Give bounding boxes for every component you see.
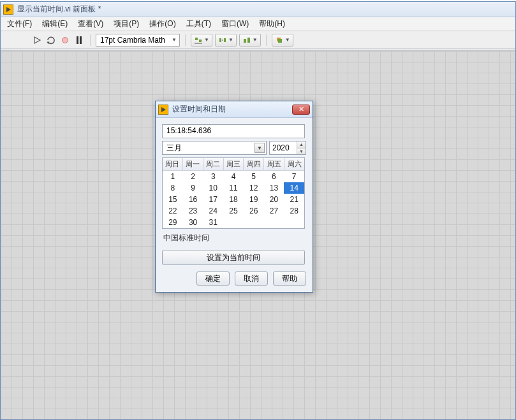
menu-project[interactable]: 项目(P) [111, 17, 142, 31]
calendar-day[interactable]: 8 [163, 182, 183, 194]
chevron-down-icon: ▼ [253, 37, 258, 43]
dialog-titlebar[interactable]: 设置时间和日期 ✕ [156, 101, 313, 118]
calendar-day[interactable]: 25 [223, 205, 244, 217]
help-button[interactable]: 帮助 [273, 272, 306, 286]
calendar-day[interactable]: 28 [284, 205, 304, 217]
weekday-header: 周五 [264, 158, 284, 171]
ok-label: 确定 [205, 273, 221, 284]
menu-edit[interactable]: 编辑(E) [40, 17, 70, 31]
window-title: 显示当前时间.vi 前面板 * [17, 4, 101, 15]
abort-icon [62, 37, 68, 43]
run-button[interactable] [31, 34, 43, 46]
calendar-day[interactable]: 4 [223, 171, 244, 182]
font-select-label: 17pt Cambria Math [100, 36, 165, 45]
set-current-time-label: 设置为当前时间 [207, 252, 260, 263]
toolbar-separator [90, 34, 91, 46]
weekday-header: 周四 [244, 158, 264, 171]
svg-marker-0 [6, 7, 11, 12]
time-input[interactable]: 15:18:54.636 [162, 124, 305, 138]
labview-icon [3, 4, 13, 15]
calendar-day[interactable]: 22 [163, 205, 183, 217]
calendar-day[interactable]: 20 [264, 194, 284, 205]
close-icon: ✕ [299, 105, 304, 113]
toolbar-separator [185, 34, 186, 46]
calendar-day[interactable]: 5 [244, 171, 264, 182]
calendar-day[interactable]: 10 [203, 182, 223, 194]
weekday-header: 周日 [163, 158, 183, 171]
align-button[interactable]: ▼ [191, 34, 212, 47]
dialog-title: 设置时间和日期 [172, 104, 292, 115]
calendar-day[interactable]: 11 [223, 182, 244, 194]
calendar-day[interactable]: 16 [183, 194, 203, 205]
calendar-empty [244, 217, 264, 228]
svg-rect-7 [224, 38, 226, 42]
chevron-down-icon: ▼ [285, 37, 290, 43]
calendar-empty [264, 217, 284, 228]
menu-tools[interactable]: 工具(T) [184, 17, 214, 31]
toolbar: 17pt Cambria Math ▼ ▼ ▼ ▼ [1, 31, 515, 49]
calendar-day[interactable]: 6 [264, 171, 284, 182]
time-value: 15:18:54.636 [166, 126, 211, 135]
set-current-time-button[interactable]: 设置为当前时间 [162, 250, 305, 265]
chevron-down-icon: ▼ [204, 37, 209, 43]
calendar-day[interactable]: 1 [163, 171, 183, 182]
year-value: 2020 [270, 143, 297, 152]
year-up-button[interactable]: ▲ [297, 141, 306, 148]
svg-marker-1 [34, 37, 40, 43]
calendar-day[interactable]: 18 [223, 194, 244, 205]
year-down-button[interactable]: ▼ [297, 148, 306, 155]
font-select[interactable]: 17pt Cambria Math [96, 34, 180, 47]
year-spinner[interactable]: 2020 ▲ ▼ [269, 141, 306, 155]
abort-button[interactable] [59, 34, 71, 46]
resize-button[interactable]: ▼ [239, 34, 261, 47]
chevron-down-icon: ▼ [254, 143, 265, 153]
calendar-day[interactable]: 9 [183, 182, 203, 194]
calendar-day[interactable]: 17 [203, 194, 223, 205]
weekday-header: 周六 [284, 158, 304, 171]
calendar-day[interactable]: 21 [284, 194, 304, 205]
pause-icon [77, 36, 82, 44]
calendar-day[interactable]: 13 [264, 182, 284, 194]
cancel-label: 取消 [244, 273, 259, 284]
calendar-day[interactable]: 27 [264, 205, 284, 217]
calendar-day[interactable]: 7 [284, 171, 304, 182]
calendar-day[interactable]: 2 [183, 171, 203, 182]
menu-view[interactable]: 查看(V) [75, 17, 106, 31]
svg-rect-10 [247, 38, 250, 43]
calendar-day[interactable]: 19 [244, 194, 264, 205]
datetime-dialog: 设置时间和日期 ✕ 15:18:54.636 三月 ▼ 2020 ▲ ▼ 周日周… [155, 101, 313, 293]
calendar-day[interactable]: 23 [183, 205, 203, 217]
svg-rect-6 [219, 38, 221, 42]
calendar-day[interactable]: 12 [244, 182, 264, 194]
run-continuous-button[interactable] [45, 34, 57, 46]
calendar-day[interactable]: 31 [203, 217, 223, 228]
pause-button[interactable] [73, 34, 85, 46]
reorder-button[interactable]: ▼ [272, 34, 293, 47]
distribute-button[interactable]: ▼ [215, 34, 237, 47]
menu-operate[interactable]: 操作(O) [147, 17, 178, 31]
chevron-down-icon: ▼ [228, 37, 233, 43]
calendar-empty [223, 217, 244, 228]
cancel-button[interactable]: 取消 [235, 272, 268, 286]
calendar-day[interactable]: 14 [284, 182, 304, 194]
menu-file[interactable]: 文件(F) [4, 17, 34, 31]
menu-help[interactable]: 帮助(H) [256, 17, 288, 31]
svg-rect-9 [244, 39, 246, 43]
calendar-day[interactable]: 15 [163, 194, 183, 205]
weekday-header: 周二 [203, 158, 224, 171]
calendar-day[interactable]: 26 [244, 205, 264, 217]
calendar-empty [284, 217, 304, 228]
calendar-day[interactable]: 24 [203, 205, 223, 217]
menu-window[interactable]: 窗口(W) [219, 17, 251, 31]
svg-rect-4 [199, 40, 202, 42]
calendar-day[interactable]: 30 [183, 217, 203, 228]
month-select[interactable]: 三月 ▼ [162, 141, 267, 155]
labview-icon [158, 105, 168, 115]
weekday-header: 周三 [224, 158, 244, 171]
toolbar-separator [266, 34, 267, 46]
svg-marker-13 [161, 107, 166, 112]
calendar-day[interactable]: 29 [163, 217, 183, 228]
close-button[interactable]: ✕ [292, 105, 310, 115]
ok-button[interactable]: 确定 [196, 272, 230, 286]
calendar-day[interactable]: 3 [203, 171, 223, 182]
